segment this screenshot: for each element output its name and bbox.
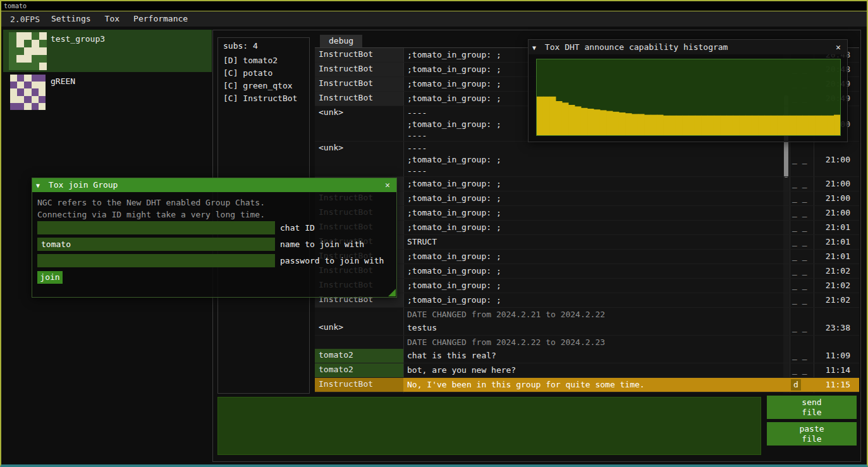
chat-message-row[interactable]: <unk>testus_ _23:38 <box>315 321 859 336</box>
delivery-flags: _ _ <box>792 207 807 219</box>
message-text: ;tomato_in_group: ; <box>407 193 777 204</box>
menu-bar: 2.0FPS Settings Tox Performance <box>1 11 867 27</box>
collapse-arrow-icon[interactable]: ▼ <box>532 40 536 55</box>
tab-debug[interactable]: debug <box>320 35 362 47</box>
sender-name: <unk> <box>315 142 403 176</box>
message-text: ;tomato_in_group: ; <box>407 207 777 219</box>
histogram-bars <box>537 59 840 135</box>
delivery-flags: _ _ <box>792 251 807 262</box>
delivery-flags: _ _ <box>792 178 807 190</box>
send-file-button[interactable]: send file <box>767 396 857 419</box>
message-text: ;tomato_in_group: ; <box>407 251 777 262</box>
join-password-label: password to join with <box>280 254 384 267</box>
group-avatar-icon <box>9 32 47 70</box>
close-icon[interactable]: ✕ <box>382 178 393 192</box>
chat-message-row[interactable]: tomato2chat is this real?_ _11:09 <box>315 349 859 363</box>
message-timestamp: 21:01 <box>815 222 850 233</box>
message-text: ;tomato_in_group: ; <box>407 280 777 291</box>
date-changed-row: DATE CHANGED from 2024.2.21 to 2024.2.22 <box>315 308 859 321</box>
message-timestamp: 21:02 <box>815 294 850 306</box>
join-group-window: ▼ Tox join Group ✕ NGC refers to the New… <box>32 178 397 298</box>
message-timestamp: 21:00 <box>815 178 850 190</box>
message-text: bot, are you new here? <box>407 365 777 376</box>
ngc-info-line: NGC refers to the New DHT enabled Group … <box>37 198 265 207</box>
resize-grip[interactable] <box>388 289 396 296</box>
sender-name: InstructBot <box>315 63 403 76</box>
join-password-field[interactable] <box>37 254 275 267</box>
join-button[interactable]: join <box>37 271 63 284</box>
delivery-flags: _ _ <box>792 193 807 204</box>
dht-histogram-plot <box>536 59 841 136</box>
chat-id-field[interactable] <box>37 221 275 234</box>
delivery-flags: _ _ <box>792 280 807 291</box>
message-timestamp: 21:01 <box>815 251 850 262</box>
subs-list-item[interactable]: [C] InstructBot <box>218 92 309 105</box>
delivery-flags: _ _ <box>792 322 807 334</box>
delivery-flags: d <box>791 379 801 391</box>
message-timestamp: 21:00 <box>815 154 850 166</box>
close-icon[interactable]: ✕ <box>833 40 843 54</box>
subs-list-item[interactable]: [C] green_qtox <box>218 80 309 92</box>
menu-performance[interactable]: Performance <box>127 11 194 27</box>
group-avatar-icon <box>10 75 46 110</box>
chat-message-row[interactable]: InstructBotNo, I've been in this group f… <box>315 378 859 392</box>
chat-message-row[interactable]: <unk>---- ;tomato_in_group: ; ----_ _21:… <box>315 142 859 177</box>
message-timestamp: 21:00 <box>815 207 850 219</box>
collapse-arrow-icon[interactable]: ▼ <box>36 179 40 193</box>
date-changed-row: DATE CHANGED from 2024.2.22 to 2024.2.23 <box>315 336 859 349</box>
message-text: chat is this real? <box>407 350 777 361</box>
message-text: No, I've been in this group for quite so… <box>407 379 777 391</box>
subs-count-header: subs: 4 <box>218 38 309 54</box>
sender-name: tomato2 <box>315 363 403 377</box>
group-name: test_group3 <box>51 34 105 44</box>
message-timestamp: 11:14 <box>815 365 850 376</box>
window-title: tomato <box>4 3 27 9</box>
menu-tox[interactable]: Tox <box>99 11 126 27</box>
sender-name: InstructBot <box>315 378 403 392</box>
message-timestamp: 23:38 <box>815 322 850 334</box>
message-timestamp: 21:02 <box>815 280 850 291</box>
app-window: tomato 2.0FPS Settings Tox Performance t… <box>0 0 868 467</box>
window-titlebar[interactable]: tomato <box>1 1 867 11</box>
menu-settings[interactable]: Settings <box>45 11 97 27</box>
group-item-green[interactable]: gREEN <box>3 72 212 112</box>
delivery-flags: _ _ <box>792 236 807 248</box>
subs-list-item[interactable]: [C] potato <box>218 67 309 80</box>
group-item-test_group3[interactable]: test_group3 <box>3 30 212 72</box>
message-timestamp: 11:09 <box>815 350 850 361</box>
message-timestamp: 21:01 <box>815 236 850 248</box>
chat-id-label: chat ID <box>280 221 315 234</box>
join-name-label: name to join with <box>280 238 364 251</box>
ngc-info-line: Connecting via ID might take a very long… <box>37 210 265 219</box>
delivery-flags: _ _ <box>792 350 807 361</box>
join-group-title: Tox join Group <box>49 180 118 190</box>
sender-name: InstructBot <box>315 92 403 106</box>
message-timestamp: 21:00 <box>815 193 850 204</box>
dht-histogram-window: ▼ Tox DHT announce capability histogram … <box>528 39 848 142</box>
delivery-flags: _ _ <box>792 365 807 376</box>
chat-message-row[interactable]: tomato2bot, are you new here?_ _11:14 <box>315 363 859 378</box>
subs-list: [D] tomato2[C] potato[C] green_qtox[C] I… <box>218 54 309 105</box>
sender-name: <unk> <box>315 321 403 335</box>
delivery-flags: _ _ <box>792 294 807 306</box>
message-text: STRUCT <box>407 236 777 248</box>
message-text: ;tomato_in_group: ; <box>407 178 777 190</box>
delivery-flags: _ _ <box>792 265 807 277</box>
sender-name: InstructBot <box>315 77 403 91</box>
join-group-titlebar[interactable]: ▼ Tox join Group ✕ <box>32 178 396 192</box>
delivery-flags: _ _ <box>792 154 807 166</box>
dht-histogram-title: Tox DHT announce capability histogram <box>545 42 728 52</box>
message-text: ;tomato_in_group: ; <box>407 294 777 306</box>
join-name-field[interactable] <box>37 238 275 251</box>
subs-list-item[interactable]: [D] tomato2 <box>218 54 309 67</box>
group-name: gREEN <box>51 76 75 86</box>
message-text: ;tomato_in_group: ; <box>407 222 777 233</box>
sender-name: InstructBot <box>315 48 403 62</box>
message-text: ;tomato_in_group: ; <box>407 265 777 277</box>
sender-name: <unk> <box>315 106 403 141</box>
message-timestamp: 21:02 <box>815 265 850 277</box>
paste-file-button[interactable]: paste file <box>767 422 857 446</box>
message-timestamp: 11:15 <box>815 379 850 391</box>
dht-histogram-titlebar[interactable]: ▼ Tox DHT announce capability histogram … <box>529 40 847 54</box>
message-input[interactable] <box>217 397 761 455</box>
